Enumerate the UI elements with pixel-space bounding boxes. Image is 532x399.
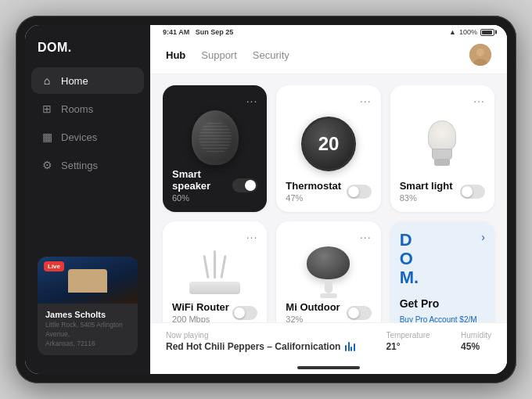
svg-point-1: [476, 49, 484, 56]
router-illustration: [189, 250, 240, 294]
camera-image-area: [286, 243, 371, 301]
top-nav: Hub Support Security: [150, 36, 507, 74]
device-footer-light: Smart light 83%: [400, 180, 485, 203]
music-bar-1: [345, 345, 347, 351]
battery-bar: [480, 29, 494, 36]
sidebar-item-label-settings: Settings: [61, 160, 98, 171]
user-name: James Scholts: [45, 310, 130, 319]
device-card-light: ··· Smart light 83%: [390, 85, 494, 212]
home-icon: ⌂: [41, 74, 53, 87]
device-footer-thermostat: Thermostat 47%: [286, 180, 371, 203]
sidebar-item-label-rooms: Rooms: [61, 103, 93, 115]
dots-menu-speaker[interactable]: ···: [246, 95, 258, 107]
sidebar-item-label-home: Home: [61, 75, 88, 87]
tab-support[interactable]: Support: [201, 49, 237, 61]
card-header-router: ···: [172, 231, 257, 243]
avatar: [469, 44, 491, 66]
router-body: [189, 282, 240, 294]
dots-menu-light[interactable]: ···: [473, 95, 485, 107]
toggle-speaker[interactable]: [232, 178, 257, 192]
antenna-center: [214, 250, 216, 279]
light-image-area: [400, 107, 485, 180]
now-playing-text: Red Hot Chili Peppers – Californication: [166, 341, 340, 352]
user-card: Live James Scholts Little Rock, 5405 Arl…: [38, 257, 138, 355]
device-info-light: Smart light 83%: [400, 180, 453, 203]
music-bar-2: [348, 342, 350, 351]
sidebar-item-label-devices: Devices: [61, 131, 97, 143]
wifi-icon: ▲: [449, 28, 456, 36]
device-status-camera: 32%: [286, 315, 340, 322]
router-antennas: [205, 250, 225, 279]
speaker-illustration: [192, 110, 239, 165]
bulb-top: [428, 120, 456, 150]
device-info-router: WiFi Router 200 Mbps: [172, 301, 229, 322]
device-card-thermostat: ··· 20 Thermostat 47%: [276, 85, 380, 212]
light-illustration: [426, 120, 458, 167]
device-footer-camera: Mi Outdoor 32%: [286, 301, 371, 322]
settings-icon: ⚙: [41, 159, 53, 171]
device-status-thermostat: 47%: [286, 193, 341, 203]
rooms-icon: ⊞: [41, 102, 53, 115]
speaker-grill: [199, 121, 232, 154]
pro-logo-line3: M.: [400, 268, 419, 287]
tablet-screen: DOM. ⌂ Home ⊞ Rooms ▦ Devices ⚙ Settings: [25, 25, 507, 374]
now-playing-label: Now playing: [166, 331, 355, 340]
humidity-label: Humidity: [461, 331, 491, 340]
pro-chevron-icon: ›: [481, 231, 485, 243]
bulb-base: [432, 149, 452, 160]
card-header-speaker: ···: [172, 95, 257, 107]
sidebar-item-devices[interactable]: ▦ Devices: [31, 124, 144, 150]
toggle-knob-camera: [348, 307, 359, 318]
toggle-router[interactable]: [232, 306, 257, 320]
toggle-knob-router: [234, 307, 245, 318]
sidebar-logo: DOM.: [25, 38, 150, 67]
user-card-image: Live: [38, 257, 138, 304]
humidity-value: 45%: [461, 341, 491, 352]
pro-title: Get Pro: [400, 297, 485, 310]
toggle-knob-speaker: [245, 180, 256, 191]
toggle-camera[interactable]: [347, 306, 372, 320]
dots-menu-thermostat[interactable]: ···: [360, 95, 372, 107]
sidebar-item-settings[interactable]: ⚙ Settings: [31, 152, 144, 178]
user-info: James Scholts Little Rock, 5405 Arlingto…: [38, 304, 138, 355]
temperature-section: Temperature 21°: [386, 331, 430, 352]
main-content: 9:41 AM Sun Sep 25 ▲ 100% Hub Support Se…: [150, 25, 507, 374]
bottom-bar: Now playing Red Hot Chili Peppers – Cali…: [150, 322, 507, 360]
music-bar-4: [354, 343, 355, 351]
toggle-knob-light: [462, 186, 473, 197]
devices-icon: ▦: [41, 131, 53, 143]
status-time: 9:41 AM Sun Sep 25: [163, 28, 233, 36]
device-card-pro[interactable]: DOM. › Get Pro Buy Pro Account $2/M: [390, 221, 494, 322]
tab-security[interactable]: Security: [253, 49, 289, 61]
battery-fill: [482, 31, 492, 34]
device-footer-router: WiFi Router 200 Mbps: [172, 301, 257, 322]
camera-base: [320, 293, 337, 298]
now-playing-section: Now playing Red Hot Chili Peppers – Cali…: [166, 331, 355, 352]
device-footer-speaker: Smart speaker 60%: [172, 168, 257, 203]
pro-header: DOM. ›: [400, 231, 485, 288]
card-header-thermostat: ···: [286, 95, 371, 107]
toggle-light[interactable]: [460, 185, 485, 199]
sidebar-bottom: Live James Scholts Little Rock, 5405 Arl…: [25, 247, 150, 361]
status-bar: 9:41 AM Sun Sep 25 ▲ 100%: [150, 25, 507, 36]
home-button-bar[interactable]: [297, 366, 360, 369]
live-badge: Live: [44, 261, 64, 271]
avatar-image: [469, 44, 491, 66]
device-info-thermostat: Thermostat 47%: [286, 180, 341, 203]
sidebar-item-home[interactable]: ⌂ Home: [31, 67, 144, 94]
sidebar-item-rooms[interactable]: ⊞ Rooms: [31, 95, 144, 122]
bed-illustration: [68, 269, 107, 293]
device-status-speaker: 60%: [172, 193, 232, 203]
tab-hub[interactable]: Hub: [166, 49, 185, 61]
dots-menu-camera[interactable]: ···: [360, 231, 372, 243]
dots-menu-router[interactable]: ···: [246, 231, 258, 243]
device-grid: ··· Smart speaker 60%: [150, 74, 507, 322]
antenna-right: [221, 255, 227, 279]
device-card-camera: ··· Mi Outdoor 32%: [276, 221, 380, 322]
antenna-left: [203, 255, 210, 279]
toggle-knob-thermostat: [348, 186, 359, 197]
user-address: Little Rock, 5405 Arlington Avenue,Arkan…: [45, 321, 130, 349]
temperature-label: Temperature: [386, 331, 430, 340]
status-icons: ▲ 100%: [449, 28, 494, 36]
toggle-thermostat[interactable]: [347, 185, 372, 199]
